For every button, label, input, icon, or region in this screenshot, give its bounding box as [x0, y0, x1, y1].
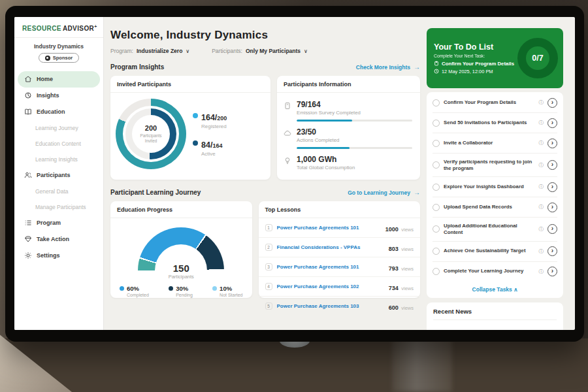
monitor-bezel: RESOURCEADVISOR+ Industry Dynamics Spons…	[5, 6, 584, 342]
arrow-right-icon: →	[414, 63, 420, 71]
tasks-list-card: Confirm Your Program Details ⓘ › Send 50…	[427, 92, 563, 298]
sidebar-item-manage-participants[interactable]: Manage Participants	[18, 199, 100, 215]
invited-participants-card: Invited Participants 200 Participants In…	[110, 76, 270, 180]
filter-bar: Program: Industrialize Zero ∨ Participan…	[110, 48, 420, 54]
task-row[interactable]: Confirm Your Program Details ⓘ ›	[433, 93, 557, 113]
todo-due-time: 12 May 2025, 12:00 PM	[434, 69, 517, 74]
sidebar-item-education-content[interactable]: Education Content	[18, 136, 100, 152]
task-checkbox[interactable]	[433, 161, 440, 169]
participants-icon	[24, 171, 32, 179]
metric-global-consumption: 1,000 GWh Total Global Consumption	[284, 152, 412, 173]
sidebar-nav: Home Insights Education Learning Journey…	[14, 71, 103, 264]
task-checkbox[interactable]	[433, 204, 440, 211]
take-action-icon	[24, 235, 32, 243]
sidebar-item-settings[interactable]: Settings	[18, 248, 100, 264]
task-row[interactable]: Send 50 Invitations to Participants ⓘ ›	[433, 113, 557, 133]
logo-text-secondary: ADVISOR	[63, 25, 94, 32]
metric-actions-completed: 23/50 Actions Completed	[284, 124, 412, 152]
lightbulb-icon	[284, 157, 291, 165]
legend-dot	[212, 286, 217, 291]
insights-cards-row: Invited Participants 200 Participants In…	[110, 76, 420, 180]
todo-progress-value: 0/7	[532, 54, 543, 63]
sidebar-item-participants[interactable]: Participants	[18, 167, 100, 184]
sidebar-item-general-data[interactable]: General Data	[18, 184, 100, 199]
task-chevron-button[interactable]: ›	[547, 246, 557, 256]
task-chevron-button[interactable]: ›	[547, 98, 557, 108]
task-row[interactable]: Upload Spend Data Records ⓘ ›	[433, 197, 557, 218]
task-chevron-button[interactable]: ›	[547, 224, 557, 234]
task-checkbox[interactable]	[433, 120, 440, 127]
task-chevron-button[interactable]: ›	[547, 160, 557, 170]
metric-emission-survey: 79/164 Emission Survey Completed	[284, 97, 412, 124]
task-chevron-button[interactable]: ›	[547, 118, 557, 128]
sidebar-item-home[interactable]: Home	[18, 71, 100, 88]
program-insights-header: Program Insights Check More Insights →	[110, 63, 420, 71]
info-icon: ⓘ	[539, 226, 544, 233]
donut-legend: 164/200 Registered 84/164 Active	[193, 111, 227, 157]
lesson-rank: 1	[265, 224, 272, 231]
todo-subtitle: Complete Your Next Task:	[434, 54, 517, 58]
logo-text-primary: RESOURCE	[22, 25, 61, 32]
check-more-insights-link[interactable]: Check More Insights →	[356, 63, 420, 71]
lesson-rank: 4	[265, 283, 272, 290]
task-checkbox[interactable]	[433, 225, 440, 233]
lesson-link[interactable]: Financial Considerations - VPPAs	[277, 244, 384, 250]
task-row[interactable]: Complete Your Learning Journey ⓘ ›	[433, 262, 557, 282]
task-checkbox[interactable]	[433, 99, 440, 106]
program-filter[interactable]: Program: Industrialize Zero ∨	[110, 48, 189, 54]
info-icon: ⓘ	[539, 99, 544, 106]
task-checkbox[interactable]	[433, 268, 440, 275]
chevron-down-icon: ∨	[304, 48, 308, 54]
sidebar-item-learning-insights[interactable]: Learning Insights	[18, 152, 100, 167]
task-row[interactable]: Invite a Collaborator ⓘ ›	[433, 133, 557, 154]
task-chevron-button[interactable]: ›	[547, 203, 557, 212]
info-icon: ⓘ	[539, 162, 544, 169]
top-lessons-card: Top Lessons 1 Power Purchase Agreements …	[259, 201, 420, 298]
info-icon: ⓘ	[539, 248, 544, 255]
sponsor-badge[interactable]: Sponsor	[39, 53, 79, 63]
chevron-up-icon: ∧	[514, 286, 517, 293]
task-checkbox[interactable]	[433, 184, 440, 191]
lesson-link[interactable]: Power Purchase Agreements 101	[277, 225, 381, 231]
task-row[interactable]: Explore Your Insights Dashboard ⓘ ›	[433, 177, 557, 197]
legend-item-pending: 30% Pending	[169, 285, 193, 297]
sidebar-item-program[interactable]: Program	[18, 215, 100, 231]
info-icon: ⓘ	[539, 204, 544, 210]
task-chevron-button[interactable]: ›	[547, 139, 557, 148]
task-row[interactable]: Achieve One Sustainability Target ⓘ ›	[433, 242, 557, 262]
task-chevron-button[interactable]: ›	[547, 182, 557, 192]
sidebar-item-take-action[interactable]: Take Action	[18, 231, 100, 248]
sidebar-item-insights[interactable]: Insights	[18, 88, 100, 104]
insights-icon	[24, 91, 32, 99]
legend-dot	[193, 140, 198, 146]
lesson-row: 4 Power Purchase Agreements 102 734 view…	[259, 277, 420, 297]
screen: RESOURCEADVISOR+ Industry Dynamics Spons…	[14, 17, 575, 330]
lesson-row: 3 Power Purchase Agreements 101 793 view…	[259, 257, 420, 277]
todo-title: Your To Do List	[434, 42, 517, 52]
legend-item-completed: 60% Completed	[120, 285, 149, 297]
backdrop-column	[392, 338, 452, 392]
lesson-link[interactable]: Power Purchase Agreements 102	[277, 284, 384, 289]
main-content: Welcome, Industry Dynamics Program: Indu…	[104, 17, 425, 330]
lesson-row: 5 Power Purchase Agreements 103 600 view…	[259, 297, 420, 316]
sidebar-item-learning-journey[interactable]: Learning Journey	[18, 120, 100, 136]
legend-dot	[120, 286, 124, 291]
task-chevron-button[interactable]: ›	[547, 267, 557, 276]
chevron-down-icon: ∨	[186, 48, 189, 54]
lesson-rank: 5	[265, 302, 272, 310]
go-to-learning-journey-link[interactable]: Go to Learning Journey →	[348, 189, 420, 196]
task-row[interactable]: Upload Additional Educational Content ⓘ …	[433, 218, 557, 241]
collapse-tasks-link[interactable]: Collapse Tasks ∧	[433, 282, 557, 297]
arrow-right-icon: →	[414, 189, 420, 196]
education-progress-card: Education Progress 150 Participants 60% …	[110, 201, 252, 298]
info-icon: ⓘ	[539, 140, 544, 146]
participants-filter[interactable]: Participants: Only My Participants ∨	[212, 48, 308, 54]
org-header: Industry Dynamics Sponsor	[14, 38, 103, 66]
sidebar-item-education[interactable]: Education	[18, 104, 100, 120]
task-row[interactable]: Verify participants requesting to join t…	[433, 154, 557, 177]
lesson-link[interactable]: Power Purchase Agreements 101	[277, 264, 384, 270]
task-checkbox[interactable]	[433, 248, 440, 255]
lesson-link[interactable]: Power Purchase Agreements 103	[277, 303, 384, 309]
task-checkbox[interactable]	[433, 140, 440, 147]
app-logo: RESOURCEADVISOR+	[14, 17, 103, 38]
